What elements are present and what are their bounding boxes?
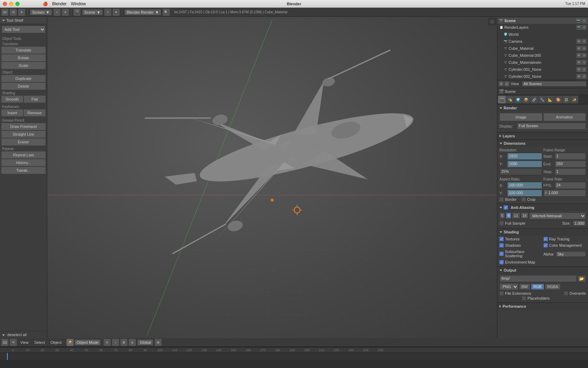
scale-button[interactable]: Scale — [1, 62, 46, 69]
layers-section-header[interactable]: Layers — [497, 132, 588, 139]
cyl002-settings-icon[interactable]: ≡ — [582, 74, 587, 79]
res-x-field[interactable]: 1920 — [507, 153, 542, 160]
maximize-button[interactable] — [15, 2, 20, 6]
straight-line-button[interactable]: Straight Line — [1, 131, 46, 138]
shading-section-header[interactable]: Shading — [497, 229, 588, 236]
cube000-settings-icon[interactable]: ≡ — [582, 53, 587, 58]
history-button[interactable]: History... — [1, 159, 46, 166]
fps-divisor-field[interactable]: /: 1.000 — [544, 190, 586, 197]
window-menu[interactable]: Window — [71, 1, 86, 6]
subsurface-checkbox[interactable]: ✓ — [499, 252, 504, 256]
tree-row-cylinder002[interactable]: ▽ Cylinder.002_None 👁 ≡ — [497, 73, 588, 80]
output-section-header[interactable]: Output — [497, 267, 588, 274]
xwin-settings-icon[interactable]: ≡ — [582, 60, 587, 65]
full-sample-checkbox[interactable] — [499, 221, 504, 225]
flat-button[interactable]: Flat — [24, 96, 46, 103]
ray-tracing-checkbox[interactable]: ✓ — [544, 237, 548, 241]
select-menu[interactable]: Select — [32, 340, 47, 345]
tree-row-camera[interactable]: 📷 Camera 👁 ≡ — [497, 38, 588, 45]
placeholders-checkbox[interactable] — [522, 296, 526, 300]
timeline-cursor[interactable] — [7, 353, 8, 360]
view-btn-1[interactable]: ⊞ — [499, 81, 504, 86]
navigate-icon[interactable]: ✕ — [18, 9, 25, 16]
performance-section-header[interactable]: Performance — [497, 303, 588, 310]
tree-row-cube-material-000[interactable]: ▽ Cube_Material.000 👁 ≡ — [497, 52, 588, 59]
rgba-btn[interactable]: RGBA — [545, 284, 561, 290]
start-field[interactable]: 1 — [555, 153, 586, 160]
collapse-icon[interactable] — [2, 20, 5, 21]
object-menu[interactable]: Object — [48, 340, 64, 345]
screen-add-icon[interactable]: + — [54, 9, 61, 16]
tab-material[interactable]: 🎨 — [554, 96, 562, 103]
crop-checkbox[interactable] — [522, 197, 526, 202]
snap-to-icon[interactable]: ⊞ — [155, 339, 162, 346]
output-path-browse-btn[interactable]: 📂 — [578, 275, 586, 282]
file-ext-checkbox[interactable] — [499, 291, 504, 295]
shadows-checkbox[interactable]: ✓ — [499, 243, 504, 247]
aa-section-header[interactable]: ✓ Anti-Aliasing — [497, 204, 588, 211]
cyl002-eye-icon[interactable]: 👁 — [576, 74, 581, 79]
color-mgmt-checkbox[interactable]: ✓ — [544, 243, 548, 247]
tab-render[interactable]: 🎬 — [498, 96, 506, 103]
viewport-snap-icon[interactable]: ⊞ — [120, 339, 127, 346]
cube000-eye-icon[interactable]: 👁 — [576, 53, 581, 58]
cube-settings-icon[interactable]: ≡ — [582, 46, 587, 51]
step-field[interactable]: 1 — [555, 168, 586, 175]
tree-row-world[interactable]: 🌍 World — [497, 31, 588, 38]
insert-button[interactable]: Insert — [1, 109, 23, 116]
tree-row-cube-materialxwin[interactable]: ▽ Cube_Materialxwin 👁 ≡ — [497, 59, 588, 66]
scene-del-icon[interactable]: ✕ — [113, 9, 120, 16]
aa-filter-dropdown[interactable]: Mitchell-Netravali — [529, 212, 586, 219]
maximize-viewport-btn[interactable]: ⬡ — [489, 18, 496, 25]
eraser-button[interactable]: Eraser — [1, 138, 46, 145]
scene-add-icon[interactable]: + — [104, 9, 111, 16]
delete-button[interactable]: Delete — [1, 83, 46, 90]
tab-scene[interactable]: 🎭 — [506, 96, 514, 103]
camera-settings-icon[interactable]: ≡ — [582, 39, 587, 44]
textures-checkbox[interactable]: ✓ — [499, 237, 504, 241]
translate-button[interactable]: Translate — [1, 47, 46, 54]
draw-freehand-button[interactable]: Draw Freehand — [1, 123, 46, 130]
env-map-checkbox[interactable]: ✓ — [499, 260, 504, 264]
output-path-field[interactable]: /tmp/ — [499, 275, 577, 282]
view-icon-2[interactable]: ⟲ — [10, 339, 17, 346]
cube-eye-icon[interactable]: 👁 — [576, 46, 581, 51]
camera-eye-icon[interactable]: 👁 — [576, 39, 581, 44]
minimize-button[interactable] — [9, 2, 13, 6]
view-btn-2[interactable]: ⊟ — [504, 81, 509, 86]
add-tool-select[interactable]: Add Tool — [1, 26, 46, 33]
tree-row-cylinder001[interactable]: ▽ Cylinder.001_None 👁 ≡ — [497, 66, 588, 73]
center-viewport[interactable]: ⬡ — [47, 17, 497, 338]
render-engine-dropdown[interactable]: Blender Render ▼ — [124, 9, 161, 15]
close-button[interactable] — [3, 2, 7, 6]
tree-row-renderlayers[interactable]: 📋 RenderLayers 📷 ≡ — [497, 24, 588, 31]
scene-settings-icon[interactable]: ≡ — [582, 18, 587, 23]
blender-menu[interactable]: Blender — [52, 1, 66, 6]
xwin-eye-icon[interactable]: 👁 — [576, 60, 581, 65]
rotate-button[interactable]: Rotate — [1, 54, 46, 61]
duplicate-button[interactable]: Duplicate — [1, 75, 46, 82]
screen-del-icon[interactable]: ✕ — [62, 9, 69, 16]
border-checkbox[interactable] — [499, 197, 504, 202]
aa-checkbox[interactable]: ✓ — [504, 205, 508, 210]
transform-orientation-dropdown[interactable]: Global — [137, 339, 153, 346]
renderlayers-render-icon[interactable]: 📷 — [576, 25, 581, 30]
tab-object[interactable]: 📦 — [522, 96, 530, 103]
scene-camera-icon[interactable]: 📷 — [576, 18, 581, 23]
aspect-x-field[interactable]: 100.000 — [507, 182, 542, 189]
renderlayers-settings-icon[interactable]: ≡ — [582, 25, 587, 30]
timeline-track[interactable] — [0, 353, 588, 360]
apple-menu[interactable]: 🍎 — [43, 1, 48, 6]
aa-8-btn[interactable]: 8 — [506, 212, 511, 219]
tab-world[interactable]: 🌍 — [514, 96, 522, 103]
viewport-shading-icon[interactable]: ○ — [112, 339, 119, 346]
tab-modifiers[interactable]: 🔧 — [538, 96, 546, 103]
repeat-last-button[interactable]: Repeat Last — [1, 151, 46, 158]
alpha-dropdown[interactable]: Sky — [556, 251, 586, 257]
cyl001-eye-icon[interactable]: 👁 — [576, 67, 581, 72]
remove-button[interactable]: Remove — [24, 109, 46, 116]
deselect-all-label[interactable]: deselect all — [7, 333, 27, 337]
image-render-btn[interactable]: Image — [499, 113, 542, 121]
dimensions-section-header[interactable]: Dimensions — [497, 140, 588, 147]
viewport-type-icon[interactable]: 3D — [1, 339, 8, 346]
